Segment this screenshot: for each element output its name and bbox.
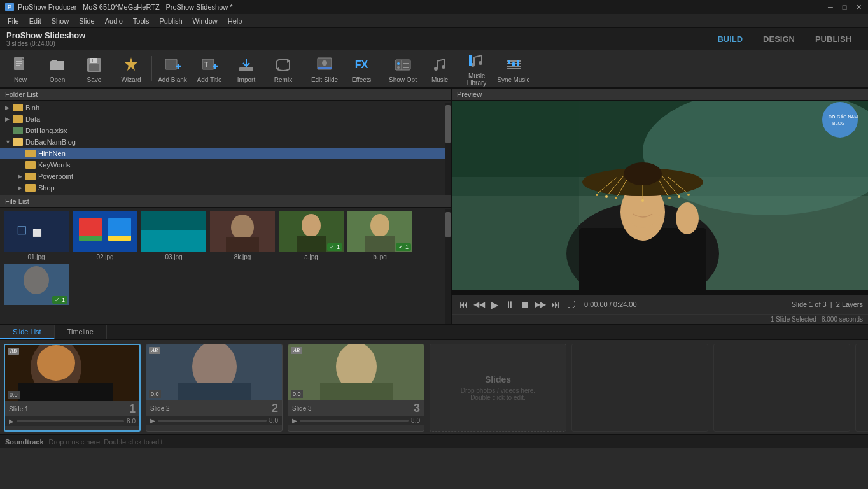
file-check-b: ✓ 1 <box>396 243 411 251</box>
folder-item-binh[interactable]: ▶ Binh <box>0 102 451 113</box>
import-button[interactable]: Import <box>228 51 264 87</box>
file-thumbnail-c: ✓ 1 <box>4 264 69 305</box>
svg-point-33 <box>442 65 445 69</box>
svg-point-97 <box>37 345 75 381</box>
file-list-header: File List <box>0 195 451 208</box>
folder-icon-powerpoint <box>25 173 36 180</box>
folder-scrollbar[interactable] <box>445 103 451 195</box>
tab-slide-list[interactable]: Slide List <box>0 325 55 339</box>
empty-slide-2[interactable] <box>571 344 708 432</box>
pause-button[interactable]: ⏸ <box>503 297 517 311</box>
folder-item-dathang[interactable]: ▶ DatHang.xlsx <box>0 125 451 136</box>
folder-label-binh: Binh <box>25 104 39 111</box>
file-item-c[interactable]: ✓ 1 <box>4 264 69 306</box>
tab-publish[interactable]: PUBLISH <box>805 32 862 46</box>
window-controls[interactable]: ─ □ ✕ <box>826 3 863 11</box>
folder-item-shop[interactable]: ▶ Shop <box>0 182 451 192</box>
folder-item-powerpoint[interactable]: ▶ Powerpoint <box>0 171 451 182</box>
fullscreen-button[interactable]: ⛶ <box>564 297 578 311</box>
slide-seconds-label: 8.000 seconds <box>822 316 863 323</box>
file-scrollbar[interactable] <box>445 209 451 324</box>
folder-item-dobaonam[interactable]: ▼ DoBaoNamBlog <box>0 136 451 148</box>
svg-rect-98 <box>18 383 113 401</box>
slide-2-play-icon[interactable]: ▶ <box>150 417 155 424</box>
selected-slide-label: 1 Slide Selected <box>771 316 816 323</box>
tab-design[interactable]: DESIGN <box>753 32 805 46</box>
music-button[interactable]: Music <box>422 51 458 87</box>
folder-item-keywords[interactable]: ▶ KeyWords <box>0 159 451 171</box>
menu-slide[interactable]: Slide <box>74 16 99 26</box>
wizard-button[interactable]: Wizard <box>113 51 149 87</box>
effects-button[interactable]: FX Effects <box>344 51 379 87</box>
file-item-8k[interactable]: 8k.jpg <box>210 211 275 260</box>
music-icon <box>430 55 450 75</box>
slide-1-thumb: AB 0.0 <box>5 345 139 401</box>
left-panel: Folder List ▶ Binh ▶ Data ▶ <box>0 89 452 324</box>
menu-audio[interactable]: Audio <box>100 16 128 26</box>
menu-file[interactable]: File <box>3 16 24 26</box>
slide-2-num: 2 <box>272 402 278 414</box>
minimize-button[interactable]: ─ <box>826 3 835 11</box>
svg-point-61 <box>370 214 389 237</box>
close-button[interactable]: ✕ <box>854 3 863 11</box>
separator-3 <box>382 56 382 82</box>
folder-item-data[interactable]: ▶ Data <box>0 113 451 125</box>
step-forward-button[interactable]: ▶▶ <box>533 297 547 311</box>
bottom-panel: Slide List Timeline AB 0.0 Slide 1 1 ▶ 8… <box>0 324 868 448</box>
file-name-02: 02.jpg <box>73 253 137 260</box>
menu-edit[interactable]: Edit <box>24 16 46 26</box>
new-button[interactable]: New <box>3 51 38 87</box>
menu-help[interactable]: Help <box>223 16 248 26</box>
empty-slide-4[interactable] <box>855 344 868 432</box>
slide-1-num: 1 <box>129 403 136 415</box>
sync-music-button[interactable]: Sync Music <box>496 51 531 87</box>
slide-3-play-icon[interactable]: ▶ <box>292 417 297 424</box>
wizard-icon <box>121 55 141 75</box>
menu-show[interactable]: Show <box>46 16 74 26</box>
file-item-b[interactable]: ✓ 1 b.jpg <box>347 211 412 260</box>
slide-2-ab-badge: AB <box>149 347 160 354</box>
slide-item-2[interactable]: AB 0.0 Slide 2 2 ▶ 8.0 <box>146 344 283 432</box>
folder-icon-shop <box>25 184 36 192</box>
add-blank-button[interactable]: Add Blank <box>155 51 190 87</box>
open-button[interactable]: Open <box>39 51 75 87</box>
tab-timeline[interactable]: Timeline <box>55 325 107 339</box>
svg-rect-59 <box>297 236 326 252</box>
folder-label-hinnen: HinhNen <box>38 150 66 157</box>
slide-item-1[interactable]: AB 0.0 Slide 1 1 ▶ 8.0 <box>4 344 141 432</box>
empty-slide-1[interactable]: Slides Drop photos / videos here. Double… <box>430 344 566 432</box>
music-library-icon <box>466 51 487 71</box>
menu-publish[interactable]: Publish <box>155 16 188 26</box>
show-opt-button[interactable]: Show Opt <box>385 51 421 87</box>
add-title-button[interactable]: T Add Title <box>192 51 227 87</box>
step-back-button[interactable]: ◀◀ <box>472 297 486 311</box>
svg-marker-10 <box>125 57 137 71</box>
svg-point-25 <box>322 60 327 66</box>
file-item-a[interactable]: ✓ 1 a.jpg <box>279 211 344 260</box>
save-button[interactable]: Save <box>76 51 112 87</box>
stop-button[interactable]: ⏹ <box>518 297 532 311</box>
svg-rect-51 <box>108 236 131 241</box>
preview-seek-bar[interactable] <box>452 290 868 294</box>
add-blank-label: Add Blank <box>158 76 187 83</box>
music-library-button[interactable]: Music Library <box>459 51 494 87</box>
menu-window[interactable]: Window <box>188 16 223 26</box>
skip-to-end-button[interactable]: ⏭ <box>549 297 563 311</box>
edit-slide-button[interactable]: Edit Slide <box>307 51 342 87</box>
menu-tools[interactable]: Tools <box>128 16 155 26</box>
tab-build[interactable]: BUILD <box>707 32 753 46</box>
file-item-01[interactable]: ◻⬜ 01.jpg <box>4 211 69 260</box>
maximize-button[interactable]: □ <box>840 3 849 11</box>
empty-slide-3[interactable] <box>713 344 850 432</box>
file-item-02[interactable]: 02.jpg <box>73 211 137 260</box>
folder-item-hinnen[interactable]: ▶ HinhNen <box>0 148 451 159</box>
skip-to-start-button[interactable]: ⏮ <box>457 297 471 311</box>
remix-button[interactable]: Remix <box>265 51 301 87</box>
slide-item-3[interactable]: AB 0.0 Slide 3 3 ▶ 8.0 <box>288 344 424 432</box>
titlebar-left: P ProShow Producer - MoS 6510^MeGaHeRTZ … <box>5 3 233 11</box>
file-item-03[interactable]: 03.jpg <box>141 211 206 260</box>
slide-1-play-icon[interactable]: ▶ <box>9 418 14 425</box>
folder-label-dobaonam: DoBaoNamBlog <box>25 138 76 146</box>
remix-label: Remix <box>274 76 292 83</box>
play-button[interactable]: ▶ <box>487 297 501 311</box>
